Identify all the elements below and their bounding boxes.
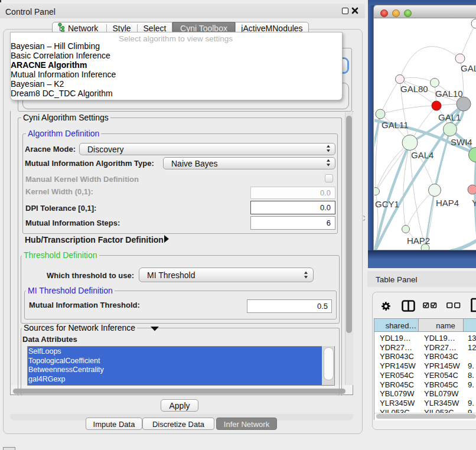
svg-text:Y: Y — [472, 198, 476, 208]
svg-text:GAL2: GAL2 — [461, 63, 476, 73]
svg-text:GAL1: GAL1 — [438, 112, 461, 122]
svg-text:GAL10: GAL10 — [435, 89, 463, 99]
svg-text:GAL4: GAL4 — [411, 150, 433, 160]
svg-text:GAL80: GAL80 — [400, 84, 428, 94]
svg-text:GAL11: GAL11 — [382, 120, 409, 130]
svg-text:HAP4: HAP4 — [436, 198, 459, 208]
svg-text:HAP2: HAP2 — [407, 236, 430, 246]
svg-text:GCY1: GCY1 — [375, 199, 399, 209]
svg-text:SWI4: SWI4 — [451, 137, 472, 147]
